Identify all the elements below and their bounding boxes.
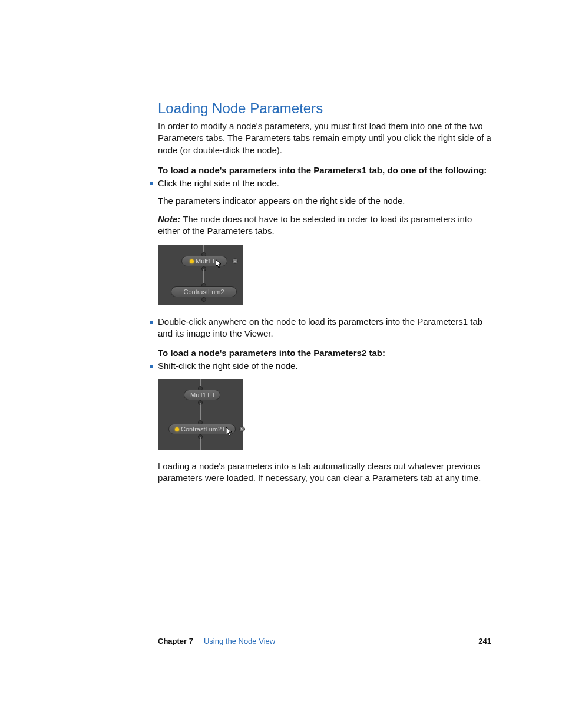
bullet-text: Double-click anywhere on the node to loa… [158, 317, 482, 338]
bullet-double-click: Double-click anywhere on the node to loa… [158, 316, 491, 340]
params-indicator-icon [223, 427, 229, 431]
node-label: ContrastLum2 [183, 288, 224, 297]
figure-node-view-2: Mult1 ContrastLum2 M [158, 379, 243, 450]
bullet-click-right-side: Click the right side of the node. The pa… [158, 177, 491, 305]
footer-divider [472, 627, 472, 655]
intro-paragraph: In order to modify a node's parameters, … [158, 120, 491, 156]
footer-chapter-title: Using the Node View [204, 637, 275, 645]
subheading-params2: To load a node's parameters into the Par… [158, 347, 491, 359]
params-indicator-icon [208, 393, 214, 397]
closing-paragraph: Loading a node's parameters into a tab a… [158, 460, 491, 485]
node-contrastlum2: ContrastLum2 [168, 424, 236, 434]
node-mult1: Mult1 [181, 256, 227, 266]
m-badge: M [239, 426, 245, 432]
footer-page-number: 241 [478, 637, 491, 645]
highlight-dot-icon [190, 259, 194, 263]
section-heading: Loading Node Parameters [158, 100, 491, 117]
m-badge: M [232, 258, 238, 264]
node-mult1: Mult1 [184, 390, 220, 400]
bullet-text: Click the right side of the node. [158, 178, 279, 188]
note-paragraph: Note: The node does not have to be selec… [158, 213, 491, 238]
subheading-params1: To load a node's parameters into the Par… [158, 164, 491, 176]
node-label: ContrastLum2 [181, 425, 222, 434]
node-label: Mult1 [196, 257, 211, 266]
params-indicator-icon [213, 259, 219, 263]
bullet-shift-click: Shift-click the right side of the node. … [158, 360, 491, 450]
bullet-followup: The parameters indicator appears on the … [158, 195, 491, 207]
page-footer: Chapter 7 Using the Node View 241 [158, 637, 491, 645]
footer-chapter-number: Chapter 7 [158, 637, 193, 645]
note-text: The node does not have to be selected in… [158, 214, 472, 236]
node-label: Mult1 [190, 391, 206, 400]
bullet-text: Shift-click the right side of the node. [158, 361, 298, 371]
note-label: Note: [158, 214, 180, 224]
figure-node-view-1: Mult1 M ContrastLum2 [158, 245, 243, 305]
highlight-dot-icon [175, 427, 179, 431]
node-contrastlum2: ContrastLum2 [171, 286, 237, 297]
